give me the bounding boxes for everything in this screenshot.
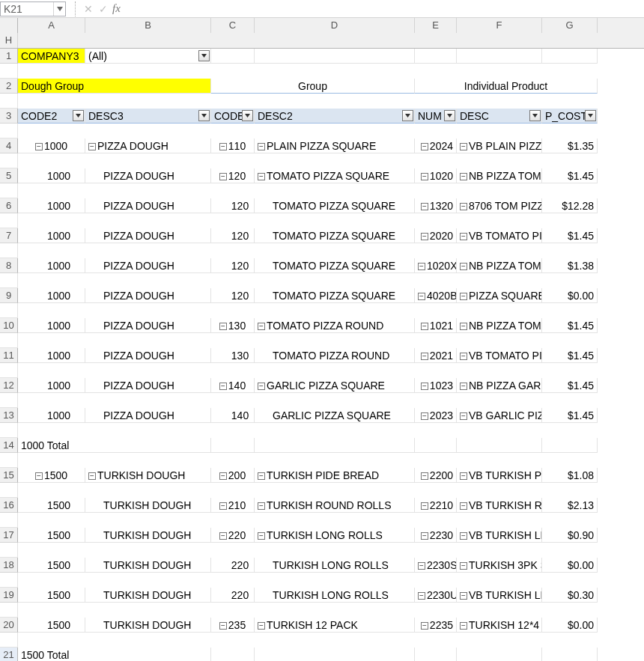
row-5[interactable]: 5 — [0, 168, 18, 183]
row-6[interactable]: 6 — [0, 198, 18, 213]
data-cell[interactable]: −VB TURKISH LNG — [457, 588, 542, 603]
data-cell[interactable]: 1500 — [18, 618, 85, 633]
data-cell[interactable]: −PIZZA SQUARE 2 — [457, 288, 542, 303]
collapse-icon[interactable]: − — [460, 383, 467, 390]
data-cell[interactable]: −1500 — [18, 468, 85, 483]
filter-dropdown-icon[interactable] — [402, 110, 413, 121]
data-cell[interactable]: TURKISH DOUGH — [85, 528, 211, 543]
row-15[interactable]: 15 — [0, 468, 18, 483]
collapse-icon[interactable]: − — [418, 263, 425, 270]
data-cell[interactable]: −VB TURKISH LNG — [457, 528, 542, 543]
data-cell[interactable]: −1320 — [415, 198, 457, 213]
collapse-icon[interactable]: − — [421, 412, 428, 420]
data-cell[interactable]: −TURKISH PIDE BREAD — [255, 468, 415, 483]
total-row[interactable]: 1000 Total — [18, 438, 211, 453]
collapse-icon[interactable]: − — [421, 502, 428, 510]
collapse-icon[interactable]: − — [258, 173, 265, 180]
data-cell[interactable]: 120 — [211, 198, 255, 213]
data-cell[interactable]: −2023 — [415, 408, 457, 423]
collapse-icon[interactable]: − — [460, 203, 467, 210]
collapse-icon[interactable]: − — [88, 143, 96, 150]
data-cell[interactable]: −PLAIN PIZZA SQUARE — [255, 138, 415, 153]
name-box-dropdown-icon[interactable] — [53, 2, 65, 16]
data-cell[interactable]: PIZZA DOUGH — [85, 198, 211, 213]
collapse-icon[interactable]: − — [460, 532, 467, 540]
data-cell[interactable]: −220 — [211, 528, 255, 543]
filter-dropdown-icon[interactable] — [585, 110, 596, 121]
data-cell[interactable]: −1023 — [415, 378, 457, 393]
data-cell[interactable]: −NB PIZZA TOMAT — [457, 318, 542, 333]
data-cell[interactable]: 1500 — [18, 528, 85, 543]
cancel-formula-icon[interactable]: ✕ — [81, 1, 96, 16]
collapse-icon[interactable]: − — [258, 143, 265, 150]
data-cell[interactable]: −2021 — [415, 348, 457, 363]
data-cell[interactable]: −VB TOMATO PIZZ — [457, 228, 542, 243]
collapse-icon[interactable]: − — [418, 562, 425, 570]
collapse-icon[interactable]: − — [88, 472, 96, 480]
row-18[interactable]: 18 — [0, 558, 18, 573]
data-cell[interactable]: 1500 — [18, 588, 85, 603]
data-cell[interactable]: TURKISH DOUGH — [85, 618, 211, 633]
select-all-corner[interactable] — [0, 18, 18, 33]
collapse-icon[interactable]: − — [258, 323, 265, 330]
data-cell[interactable]: −VB TURKISH PID — [457, 468, 542, 483]
collapse-icon[interactable]: − — [418, 592, 425, 600]
data-cell[interactable]: 1000 — [18, 378, 85, 393]
data-cell[interactable]: −TOMATO PIZZA ROUND — [255, 318, 415, 333]
data-cell[interactable]: 120 — [211, 288, 255, 303]
row-9[interactable]: 9 — [0, 288, 18, 303]
filter-dropdown-icon[interactable] — [242, 110, 253, 121]
data-cell[interactable]: PIZZA DOUGH — [85, 318, 211, 333]
data-cell[interactable]: PIZZA DOUGH — [85, 348, 211, 363]
collapse-icon[interactable]: − — [460, 622, 467, 630]
hdr-pcost[interactable]: P_COST — [542, 109, 598, 124]
data-cell[interactable]: −1020X — [415, 258, 457, 273]
collapse-icon[interactable]: − — [460, 233, 467, 240]
accept-formula-icon[interactable]: ✓ — [96, 1, 111, 16]
row-7[interactable]: 7 — [0, 228, 18, 243]
data-cell[interactable]: 1000 — [18, 408, 85, 423]
row-10[interactable]: 10 — [0, 318, 18, 333]
row-4[interactable]: 4 — [0, 138, 18, 153]
hdr-desc[interactable]: DESC — [457, 109, 542, 124]
collapse-icon[interactable]: − — [460, 562, 467, 570]
col-E[interactable]: E — [415, 18, 457, 33]
data-cell[interactable]: −1020 — [415, 168, 457, 183]
data-cell[interactable]: −140 — [211, 378, 255, 393]
collapse-icon[interactable]: − — [258, 532, 265, 540]
data-cell[interactable]: TOMATO PIZZA SQUARE — [255, 258, 415, 273]
data-cell[interactable]: 1500 — [18, 558, 85, 573]
cost-cell[interactable]: $12.28 — [542, 198, 598, 213]
collapse-icon[interactable]: − — [460, 173, 467, 180]
row-3[interactable]: 3 — [0, 109, 18, 124]
cost-cell[interactable]: $0.00 — [542, 618, 598, 633]
cell-A1[interactable]: COMPANY3 — [18, 49, 85, 64]
data-cell[interactable]: −NB PIZZA TOMAT — [457, 168, 542, 183]
collapse-icon[interactable]: − — [460, 412, 467, 420]
cost-cell[interactable]: $0.00 — [542, 558, 598, 573]
cost-cell[interactable]: $0.30 — [542, 588, 598, 603]
data-cell[interactable]: −2230 — [415, 528, 457, 543]
data-cell[interactable]: 120 — [211, 258, 255, 273]
data-cell[interactable]: TURKISH LONG ROLLS — [255, 558, 415, 573]
data-cell[interactable]: 1000 — [18, 168, 85, 183]
col-D[interactable]: D — [255, 18, 415, 33]
data-cell[interactable]: −TURKISH 12*4 P — [457, 618, 542, 633]
collapse-icon[interactable]: − — [219, 622, 227, 630]
collapse-icon[interactable]: − — [35, 143, 43, 150]
data-cell[interactable]: −4020B — [415, 288, 457, 303]
cost-cell[interactable]: $1.45 — [542, 228, 598, 243]
collapse-icon[interactable]: − — [219, 323, 227, 330]
data-cell[interactable]: 140 — [211, 408, 255, 423]
data-cell[interactable]: −VB PLAIN PIZZA — [457, 138, 542, 153]
cost-cell[interactable]: $0.00 — [542, 288, 598, 303]
data-cell[interactable]: PIZZA DOUGH — [85, 408, 211, 423]
hdr-num[interactable]: NUM — [415, 109, 457, 124]
collapse-icon[interactable]: − — [421, 143, 428, 150]
filter-dropdown-icon[interactable] — [444, 110, 455, 121]
collapse-icon[interactable]: − — [35, 472, 43, 480]
row-16[interactable]: 16 — [0, 498, 18, 513]
data-cell[interactable]: −TURKISH 3PK SP — [457, 558, 542, 573]
cost-cell[interactable]: $1.35 — [542, 138, 598, 153]
data-cell[interactable]: −GARLIC PIZZA SQUARE — [255, 378, 415, 393]
